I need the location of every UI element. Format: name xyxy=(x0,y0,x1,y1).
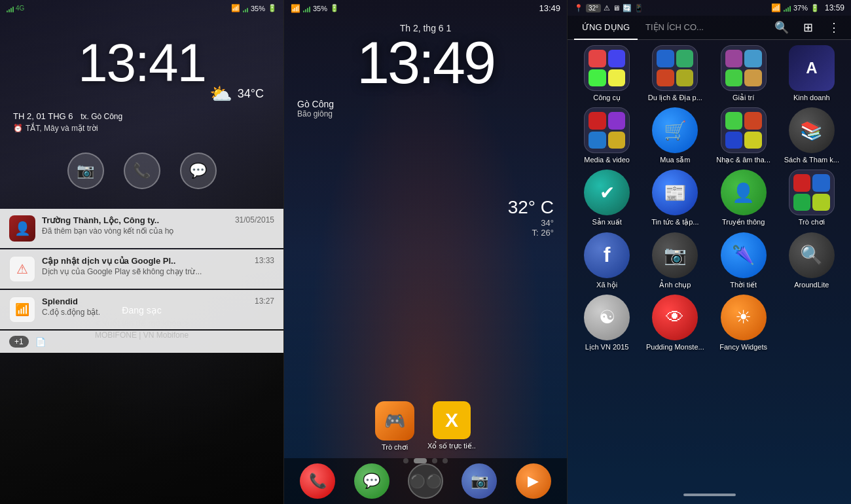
app-label: Trò chơi xyxy=(799,218,825,226)
temp-lo: T: 26° xyxy=(508,228,554,238)
notification-item[interactable]: 👤 Trường Thành, Lộc, Công ty.. 31/05/201… xyxy=(0,209,283,248)
signal-bars xyxy=(303,5,310,12)
dock-camera[interactable]: 📷 xyxy=(462,463,497,499)
app-grid: Công cụ Du lịch & Địa p... xyxy=(568,40,851,488)
date-line2: ⏰ TẮT, Mây và mặt trời xyxy=(13,124,270,133)
home-clock: 13:49 xyxy=(284,33,567,92)
signal-bars-p3 xyxy=(784,4,791,12)
notif-title: Trường Thành, Lộc, Công ty.. 31/05/2015 xyxy=(42,215,274,225)
app-cell-tin-tuc[interactable]: 📰 Tin tức & tập... xyxy=(644,170,706,226)
dock-play[interactable]: ▶ xyxy=(516,463,551,499)
search-icon: 🔍 xyxy=(774,20,789,35)
dock-phone[interactable]: 📞 xyxy=(300,463,335,499)
home-screen-panel: 📶 35% 🔋 13:49 Th 2, thg 6 1 13:49 Gò Côn… xyxy=(283,0,567,504)
app-cell-giai-tri[interactable]: Giải trí xyxy=(712,45,774,102)
app-cell-nhac[interactable]: Nhạc & âm tha... xyxy=(712,107,774,164)
signal-area: 4G xyxy=(7,5,24,12)
app-cell-media[interactable]: Media & video xyxy=(576,107,638,164)
warning-icon: ⚠ xyxy=(604,4,610,12)
productivity-icon: ✔ xyxy=(584,170,630,215)
app-cell-lich-vn[interactable]: ☯ Lịch VN 2015 xyxy=(576,295,638,351)
network-type: 4G xyxy=(16,5,24,12)
app-label-game: Trò chơi xyxy=(382,443,408,452)
app-cell-anh-chup[interactable]: 📷 Ảnh chụp xyxy=(644,232,706,289)
app-label: Kinh doanh xyxy=(793,94,830,102)
aroundlite-icon: 🔍 xyxy=(789,232,835,278)
status-left-panel3: 📍 32° ⚠ 🖥 🔄 📱 xyxy=(574,4,643,12)
fancy-icon: ☀ xyxy=(721,295,767,340)
app-icon-game[interactable]: 🎮 Trò chơi xyxy=(375,401,414,452)
camera-button[interactable]: 📷 xyxy=(67,153,104,189)
folder-icon-giai-tri xyxy=(721,45,767,91)
folder-icon-media xyxy=(584,107,630,153)
news-icon: 📰 xyxy=(652,170,698,215)
battery-icon: 🔋 xyxy=(268,4,277,12)
more-icon: ⋮ xyxy=(828,20,840,35)
folder-icon-tro-choi xyxy=(789,170,835,215)
lottery-icon: X xyxy=(433,401,471,439)
temperature-display: 32° C 34° T: 26° xyxy=(508,197,554,238)
clock-p3: 13:59 xyxy=(825,3,844,12)
battery-level: 35% xyxy=(313,5,327,12)
app-drawer-panel: 📍 32° ⚠ 🖥 🔄 📱 📶 37% 🔋 13:59 ỨNG DỤNG xyxy=(567,0,851,504)
app-icon-lottery[interactable]: X Xổ số trực tiế.. xyxy=(427,401,476,452)
message-button[interactable]: 💬 xyxy=(180,153,217,189)
tab-ung-dung[interactable]: ỨNG DỤNG xyxy=(574,16,638,40)
search-button[interactable]: 🔍 xyxy=(771,17,792,38)
app-cell-aroundlite[interactable]: 🔍 AroundLite xyxy=(780,232,842,289)
app-cell-thoi-tiet[interactable]: 🌂 Thời tiết xyxy=(712,232,774,289)
dock-message[interactable]: 💬 xyxy=(354,463,389,499)
dock-apps[interactable]: ⚫⚫ xyxy=(408,463,443,499)
tab-tien-ich[interactable]: TIỆN ÍCH CO... xyxy=(638,16,712,40)
lock-screen-clock: 13:41 xyxy=(0,36,283,90)
app-cell-cong-cu[interactable]: Công cụ xyxy=(576,45,638,102)
location-text: tx. Gò Công xyxy=(81,112,122,121)
app-row-4: f Xã hội 📷 Ảnh chụp 🌂 Thời tiết 🔍 Around… xyxy=(573,232,846,289)
wifi-icon: 📶 xyxy=(231,4,240,12)
app-cell-tro-choi[interactable]: Trò chơi xyxy=(780,170,842,226)
facebook-icon: f xyxy=(584,232,630,278)
weather-description: Bão giông xyxy=(297,109,554,118)
calendar-icon: ☯ xyxy=(584,295,630,340)
app-cell-mua-sam[interactable]: 🛒 Mua sắm xyxy=(644,107,706,164)
app-row-2: Media & video 🛒 Mua sắm Nhạc & âm tha... xyxy=(573,107,846,164)
home-weather: Gò Công Bão giông xyxy=(284,92,567,125)
notif-body: Dịch vụ của Google Play sẽ không chạy tr… xyxy=(42,267,274,276)
app-label: Xã hội xyxy=(596,281,617,289)
battery-icon-p3: 🔋 xyxy=(810,4,820,12)
lock-screen-panel: 4G 📶 35% 🔋 13:41 ⛅ 34°C TH 2, 01 THG 6 t… xyxy=(0,0,283,504)
location-icon: 📍 xyxy=(574,4,583,12)
temp-main: 32° C xyxy=(508,197,554,218)
quick-actions: 📷 📞 💬 xyxy=(0,153,283,189)
app-cell-san-xuat[interactable]: ✔ Sản xuất xyxy=(576,170,638,226)
signal-bars-2 xyxy=(243,5,248,12)
notification-item[interactable]: ⚠ Cập nhật dịch vụ của Google Pl.. 13:33… xyxy=(0,249,283,289)
grid-view-button[interactable]: ⊞ xyxy=(797,17,818,38)
app-cell-fancy[interactable]: ☀ Fancy Widgets xyxy=(712,295,774,351)
app-label-lottery: Xổ số trực tiế.. xyxy=(427,442,476,450)
battery-icon: 🔋 xyxy=(330,4,339,12)
battery-level-badge: 32° xyxy=(586,4,601,12)
game-folder-icon: 🎮 xyxy=(375,401,414,441)
home-indicator xyxy=(683,494,736,496)
phone-signal-icon: 📱 xyxy=(634,4,643,12)
app-label: Ảnh chụp xyxy=(659,281,691,289)
more-options-button[interactable]: ⋮ xyxy=(824,17,844,38)
app-cell-xa-hoi[interactable]: f Xã hội xyxy=(576,232,638,289)
app-cell-truyen-thong[interactable]: 👤 Truyền thông xyxy=(712,170,774,226)
app-row-1: Công cụ Du lịch & Địa p... xyxy=(573,45,846,102)
status-bar-panel3: 📍 32° ⚠ 🖥 🔄 📱 📶 37% 🔋 13:59 xyxy=(568,0,851,16)
app-cell-sach[interactable]: 📚 Sách & Tham k... xyxy=(780,107,842,164)
phone-button[interactable]: 📞 xyxy=(124,153,160,189)
date-info: TH 2, 01 THG 6 tx. Gò Công ⏰ TẮT, Mây và… xyxy=(0,105,283,139)
notif-icon-warning: ⚠ xyxy=(9,256,35,282)
status-bar-panel2: 📶 35% 🔋 13:49 xyxy=(284,0,567,16)
message-icon: 💬 xyxy=(189,162,207,179)
status-bar-panel1: 4G 📶 35% 🔋 xyxy=(0,0,283,16)
app-cell-du-lich[interactable]: Du lịch & Địa p... xyxy=(644,45,706,102)
app-cell-kinh-doanh[interactable]: A Kinh doanh xyxy=(780,45,842,102)
app-cell-pudding[interactable]: 👁 Pudding Monste... xyxy=(644,295,706,351)
home-app-icons: 🎮 Trò chơi X Xổ số trực tiế.. xyxy=(284,401,567,452)
asus-icon: A xyxy=(789,45,835,91)
app-label: Media & video xyxy=(584,156,630,164)
